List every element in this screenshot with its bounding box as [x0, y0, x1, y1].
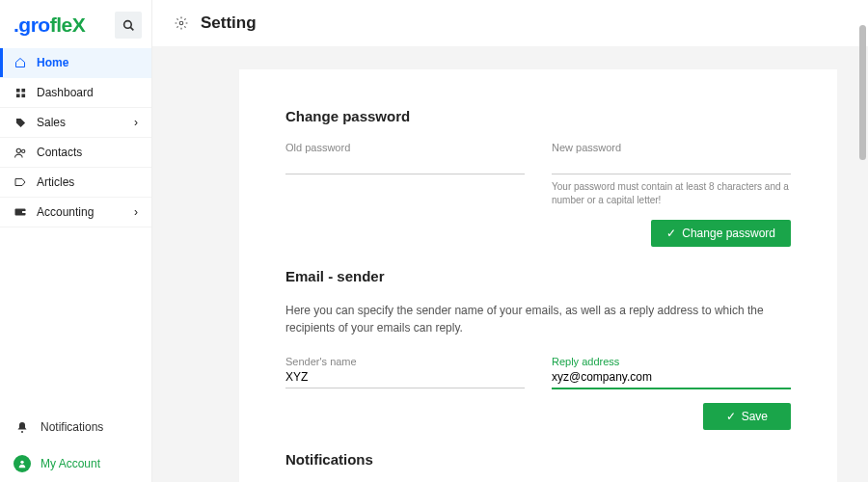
svg-marker-6 — [15, 118, 24, 126]
password-hint: Your password must contain at least 8 ch… — [552, 180, 791, 206]
sidebar-item-label: Accounting — [37, 205, 134, 219]
svg-point-13 — [179, 21, 183, 25]
field-label: New password — [552, 142, 791, 153]
check-icon: ✓ — [666, 227, 676, 240]
section-heading: Change password — [285, 108, 791, 124]
chevron-right-icon: › — [134, 205, 138, 219]
sidebar-item-label: My Account — [41, 457, 100, 470]
old-password-input[interactable] — [285, 153, 525, 174]
scrollbar-thumb[interactable] — [859, 25, 866, 160]
section-heading: Email - sender — [285, 268, 791, 284]
sidebar-item-home[interactable]: Home — [0, 48, 151, 78]
svg-point-0 — [123, 20, 131, 28]
sidebar-item-notifications[interactable]: Notifications — [0, 409, 151, 445]
svg-rect-10 — [22, 211, 26, 213]
svg-point-7 — [16, 148, 20, 152]
sidebar-item-label: Sales — [37, 116, 134, 129]
svg-rect-5 — [21, 94, 25, 97]
users-icon — [14, 146, 27, 159]
tag-icon — [14, 116, 27, 129]
sidebar-item-account[interactable]: My Account — [0, 445, 151, 482]
grid-icon — [14, 86, 27, 99]
sidebar-bottom: Notifications My Account — [0, 409, 151, 482]
svg-rect-2 — [15, 88, 19, 92]
new-password-input[interactable] — [552, 153, 791, 174]
svg-line-1 — [130, 27, 133, 30]
check-icon: ✓ — [726, 410, 736, 423]
label-icon — [14, 175, 27, 189]
sidebar-item-label: Articles — [37, 175, 138, 189]
wallet-icon — [14, 205, 27, 219]
svg-point-8 — [21, 149, 24, 152]
gear-icon — [174, 15, 189, 31]
reply-address-input[interactable] — [552, 367, 791, 389]
sidebar-item-label: Dashboard — [37, 86, 138, 99]
settings-card: Change password Old password New passwor… — [239, 69, 837, 482]
svg-point-11 — [21, 431, 23, 433]
sidebar-item-label: Contacts — [37, 146, 138, 159]
sidebar-item-articles[interactable]: Articles — [0, 168, 151, 198]
section-heading: Notifications — [285, 451, 791, 468]
svg-rect-3 — [21, 88, 25, 92]
section-description: Here you can specify the sender name of … — [285, 302, 791, 336]
search-icon — [122, 19, 135, 32]
search-button[interactable] — [115, 12, 142, 39]
sidebar-item-label: Home — [37, 56, 138, 69]
logo: .grofleX — [14, 13, 85, 37]
svg-rect-4 — [15, 94, 19, 97]
section-password: Change password Old password New passwor… — [285, 108, 791, 247]
user-circle-icon — [14, 455, 31, 472]
sidebar-item-accounting[interactable]: Accounting › — [0, 198, 151, 228]
section-email-sender: Email - sender Here you can specify the … — [285, 268, 791, 430]
field-label: Reply address — [552, 356, 791, 367]
sidebar-item-label: Notifications — [41, 420, 103, 434]
sender-name-input[interactable] — [285, 367, 525, 388]
nav: Home Dashboard Sales › Contacts — [0, 48, 151, 409]
save-button[interactable]: ✓ Save — [703, 403, 791, 430]
field-label: Sender's name — [285, 356, 525, 367]
sidebar-item-sales[interactable]: Sales › — [0, 108, 151, 138]
section-notifications: Notifications Do you want to stop receiv… — [285, 451, 791, 482]
header: Setting — [152, 0, 868, 46]
chevron-right-icon: › — [134, 116, 138, 129]
sidebar: .grofleX Home Dashboard — [0, 0, 152, 482]
sidebar-item-dashboard[interactable]: Dashboard — [0, 78, 151, 108]
page-title: Setting — [201, 13, 257, 33]
bell-icon — [14, 418, 31, 436]
sidebar-item-contacts[interactable]: Contacts — [0, 138, 151, 168]
svg-point-12 — [20, 461, 23, 464]
change-password-button[interactable]: ✓ Change password — [651, 220, 791, 247]
home-icon — [14, 56, 27, 69]
main: Setting Change password Old password New… — [152, 0, 868, 482]
field-label: Old password — [285, 142, 525, 153]
